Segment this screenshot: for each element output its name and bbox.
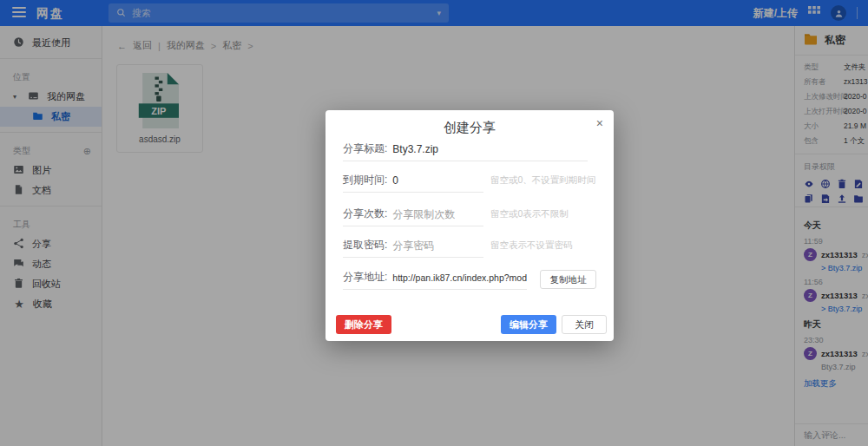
share-count-input[interactable] [392, 208, 483, 220]
share-count-field: 分享次数: [343, 207, 483, 226]
share-title-label: 分享标题: [343, 141, 387, 156]
share-count-label: 分享次数: [343, 207, 387, 221]
share-url-label: 分享地址: [343, 270, 387, 285]
close-button[interactable]: 关闭 [562, 315, 607, 334]
share-count-hint: 留空或0表示不限制 [490, 208, 569, 220]
create-share-modal: 创建分享 × 分享标题: 到期时间: 留空或0、不设置到期时间 分享次数: 留空… [326, 110, 614, 341]
expire-label: 到期时间: [343, 173, 387, 187]
delete-share-button[interactable]: 删除分享 [336, 315, 391, 334]
copy-address-button[interactable]: 复制地址 [540, 270, 596, 289]
edit-share-button[interactable]: 编辑分享 [501, 315, 556, 334]
share-url-field: 分享地址: [343, 270, 527, 290]
password-field: 提取密码: [343, 238, 483, 258]
share-title-field: 分享标题: [343, 141, 588, 161]
expire-input[interactable] [392, 174, 483, 187]
share-title-input[interactable] [392, 143, 588, 155]
password-hint: 留空表示不设置密码 [490, 239, 573, 252]
expire-hint: 留空或0、不设置到期时间 [490, 174, 595, 187]
password-input[interactable] [392, 239, 483, 252]
cloud-drive-app: 网盘 ▾ 新建/上传 最近使用 位置 ▾ [0, 0, 868, 446]
password-label: 提取密码: [343, 238, 387, 253]
close-icon[interactable]: × [596, 117, 603, 129]
expire-field: 到期时间: [343, 173, 483, 193]
modal-title: 创建分享 [326, 110, 614, 136]
share-url-input[interactable] [392, 272, 527, 283]
